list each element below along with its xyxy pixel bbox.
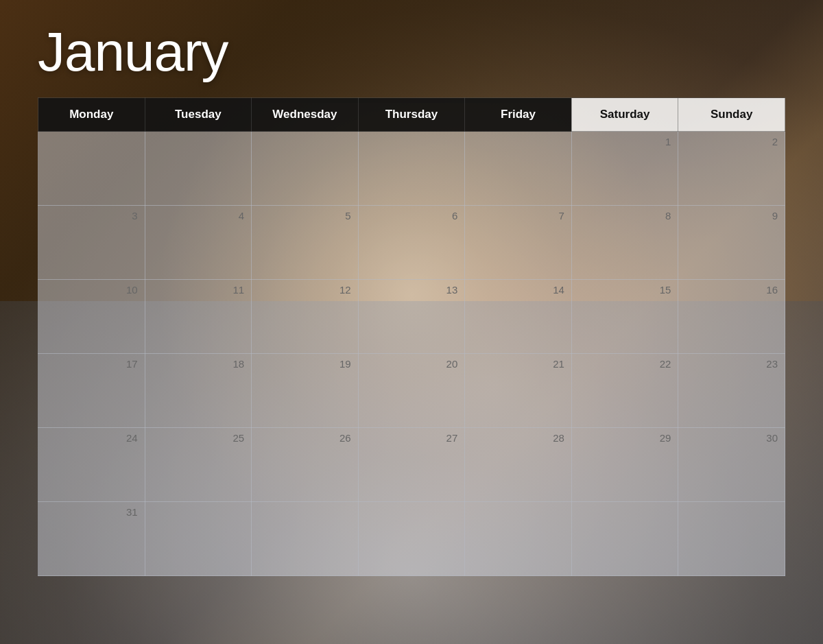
- calendar-cell[interactable]: 21: [465, 354, 572, 428]
- calendar-cell[interactable]: [678, 502, 785, 576]
- day-number: 8: [665, 210, 671, 222]
- calendar-cell[interactable]: 24: [38, 428, 145, 502]
- calendar-cell[interactable]: [252, 502, 359, 576]
- day-number: 5: [345, 210, 350, 222]
- day-number: 17: [126, 358, 138, 370]
- col-monday: Monday: [38, 98, 145, 132]
- calendar-cell[interactable]: [38, 132, 145, 206]
- calendar: Monday Tuesday Wednesday Thursday Friday…: [38, 97, 785, 576]
- calendar-cell[interactable]: [358, 132, 465, 206]
- calendar-cell[interactable]: 16: [678, 280, 785, 354]
- day-number: 30: [766, 432, 778, 444]
- calendar-cell[interactable]: 7: [465, 206, 572, 280]
- day-number: 16: [766, 284, 778, 296]
- calendar-cell[interactable]: 19: [252, 354, 359, 428]
- calendar-cell[interactable]: [465, 132, 572, 206]
- calendar-cell[interactable]: [358, 502, 465, 576]
- calendar-header-row: Monday Tuesday Wednesday Thursday Friday…: [38, 98, 785, 132]
- calendar-cell[interactable]: 11: [145, 280, 252, 354]
- day-number: 14: [553, 284, 564, 296]
- day-number: 12: [339, 284, 351, 296]
- day-number: 15: [660, 284, 671, 296]
- day-number: 27: [446, 432, 458, 444]
- calendar-cell[interactable]: 9: [678, 206, 785, 280]
- day-number: 26: [339, 432, 351, 444]
- calendar-cell[interactable]: 29: [571, 428, 678, 502]
- calendar-cell[interactable]: 20: [358, 354, 465, 428]
- calendar-cell[interactable]: 15: [571, 280, 678, 354]
- calendar-cell[interactable]: 17: [38, 354, 145, 428]
- calendar-cell[interactable]: [145, 502, 252, 576]
- calendar-cell[interactable]: 28: [465, 428, 572, 502]
- calendar-cell[interactable]: 27: [358, 428, 465, 502]
- day-number: 18: [232, 358, 244, 370]
- day-number: 29: [660, 432, 671, 444]
- calendar-cell[interactable]: 6: [358, 206, 465, 280]
- calendar-cell[interactable]: 2: [678, 132, 785, 206]
- month-title: January: [38, 21, 785, 84]
- page-content: January Monday Tuesday Wednesday Thursda…: [0, 0, 823, 644]
- calendar-cell[interactable]: 10: [38, 280, 145, 354]
- calendar-week-4: 24252627282930: [38, 428, 785, 502]
- col-friday: Friday: [465, 98, 572, 132]
- day-number: 10: [126, 284, 138, 296]
- day-number: 21: [553, 358, 564, 370]
- calendar-cell[interactable]: [465, 502, 572, 576]
- calendar-cell[interactable]: [571, 502, 678, 576]
- calendar-cell[interactable]: [145, 132, 252, 206]
- day-number: 9: [772, 210, 778, 222]
- day-number: 19: [339, 358, 351, 370]
- calendar-cell[interactable]: 25: [145, 428, 252, 502]
- calendar-week-1: 3456789: [38, 206, 785, 280]
- calendar-week-2: 10111213141516: [38, 280, 785, 354]
- calendar-cell[interactable]: [252, 132, 359, 206]
- day-number: 20: [446, 358, 458, 370]
- calendar-cell[interactable]: 23: [678, 354, 785, 428]
- col-wednesday: Wednesday: [252, 98, 359, 132]
- day-number: 25: [232, 432, 244, 444]
- day-number: 1: [665, 136, 671, 147]
- day-number: 11: [232, 284, 244, 296]
- col-tuesday: Tuesday: [145, 98, 252, 132]
- calendar-week-3: 17181920212223: [38, 354, 785, 428]
- calendar-week-0: 12: [38, 132, 785, 206]
- calendar-cell[interactable]: 12: [252, 280, 359, 354]
- calendar-week-5: 31: [38, 502, 785, 576]
- col-thursday: Thursday: [358, 98, 465, 132]
- calendar-cell[interactable]: 18: [145, 354, 252, 428]
- day-number: 13: [446, 284, 458, 296]
- calendar-cell[interactable]: 4: [145, 206, 252, 280]
- day-number: 6: [452, 210, 457, 222]
- day-number: 24: [126, 432, 138, 444]
- col-sunday: Sunday: [678, 98, 785, 132]
- day-number: 22: [660, 358, 671, 370]
- calendar-table: Monday Tuesday Wednesday Thursday Friday…: [38, 97, 785, 576]
- calendar-cell[interactable]: 26: [252, 428, 359, 502]
- calendar-cell[interactable]: 13: [358, 280, 465, 354]
- day-number: 2: [772, 136, 778, 147]
- day-number: 3: [132, 210, 137, 222]
- calendar-cell[interactable]: 31: [38, 502, 145, 576]
- calendar-cell[interactable]: 8: [571, 206, 678, 280]
- day-number: 31: [126, 506, 138, 518]
- col-saturday: Saturday: [571, 98, 678, 132]
- day-number: 28: [553, 432, 564, 444]
- calendar-cell[interactable]: 5: [252, 206, 359, 280]
- day-number: 23: [766, 358, 778, 370]
- calendar-cell[interactable]: 22: [571, 354, 678, 428]
- calendar-cell[interactable]: 1: [571, 132, 678, 206]
- day-number: 7: [558, 210, 564, 222]
- calendar-cell[interactable]: 3: [38, 206, 145, 280]
- day-number: 4: [239, 210, 244, 222]
- calendar-cell[interactable]: 30: [678, 428, 785, 502]
- calendar-cell[interactable]: 14: [465, 280, 572, 354]
